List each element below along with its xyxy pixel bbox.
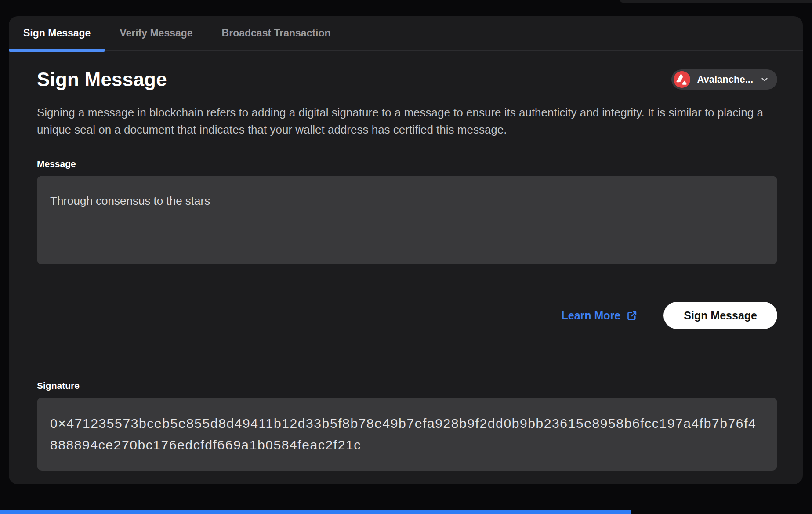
tab-sign-message[interactable]: Sign Message [9, 16, 105, 50]
tab-label: Broadcast Transaction [222, 27, 331, 39]
chevron-down-icon [760, 75, 769, 84]
actions-row: Learn More Sign Message [37, 302, 777, 329]
learn-more-label: Learn More [562, 309, 621, 322]
sign-message-button[interactable]: Sign Message [663, 302, 777, 329]
signature-label: Signature [37, 380, 777, 391]
tab-broadcast-transaction[interactable]: Broadcast Transaction [207, 16, 345, 50]
external-link-icon [626, 310, 638, 322]
sign-message-card: Sign Message Verify Message Broadcast Tr… [9, 16, 803, 484]
network-selector[interactable]: Avalanche... [671, 69, 777, 90]
learn-more-link[interactable]: Learn More [562, 309, 638, 322]
tab-verify-message[interactable]: Verify Message [105, 16, 207, 50]
top-right-panel-edge [620, 0, 812, 3]
tab-label: Verify Message [120, 27, 192, 39]
card-content: Sign Message Avalanche... Signi [9, 69, 803, 471]
description-text: Signing a message in blockchain refers t… [37, 104, 777, 138]
signature-output: 0×471235573bceb5e855d8d49411b12d33b5f8b7… [37, 398, 777, 471]
header-row: Sign Message Avalanche... [37, 69, 777, 90]
tab-bar: Sign Message Verify Message Broadcast Tr… [9, 16, 803, 51]
page-title: Sign Message [37, 69, 167, 90]
section-divider [37, 358, 777, 358]
network-name: Avalanche... [697, 74, 753, 85]
message-label: Message [37, 159, 777, 169]
tab-label: Sign Message [23, 27, 91, 39]
avalanche-logo-icon [674, 71, 690, 88]
message-input[interactable]: Through consensus to the stars [37, 176, 777, 264]
bottom-accent-bar [0, 510, 631, 514]
